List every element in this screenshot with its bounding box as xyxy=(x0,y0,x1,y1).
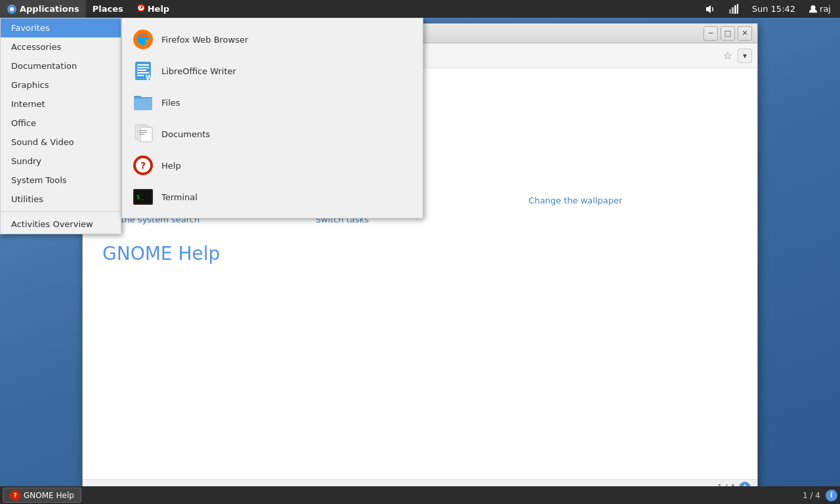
help-menu-btn[interactable]: Help xyxy=(130,0,176,18)
svg-rect-16 xyxy=(137,70,146,71)
svg-rect-24 xyxy=(139,130,147,131)
link-change-wallpaper[interactable]: Change the wallpaper xyxy=(528,193,738,208)
svg-rect-6 xyxy=(729,9,731,14)
taskbar-page-indicator: 1 / 4 xyxy=(799,491,824,500)
menu-item-graphics[interactable]: Graphics xyxy=(1,75,121,94)
fav-item-files[interactable]: Files xyxy=(122,87,423,118)
svg-text:W: W xyxy=(146,74,153,81)
menu-item-internet[interactable]: Internet xyxy=(1,94,121,114)
svg-rect-14 xyxy=(137,64,149,66)
lowriter-icon: W xyxy=(133,60,154,81)
svg-rect-7 xyxy=(732,7,734,14)
menu-item-activities[interactable]: Activities Overview xyxy=(1,215,121,234)
volume-control[interactable] xyxy=(701,0,719,18)
svg-marker-5 xyxy=(706,5,711,13)
taskbar-item-icon: ? xyxy=(10,490,20,501)
datetime-display[interactable]: Sun 15:42 xyxy=(748,0,799,18)
datetime-text: Sun 15:42 xyxy=(752,4,795,14)
svg-point-10 xyxy=(811,5,816,9)
svg-rect-17 xyxy=(137,72,149,74)
help-app-icon: ? xyxy=(133,155,154,176)
places-label: Places xyxy=(93,4,123,14)
places-menu-btn[interactable]: Places xyxy=(86,0,130,18)
applications-menu-btn[interactable]: Applications xyxy=(0,0,86,18)
fav-label-files: Files xyxy=(161,98,180,108)
fav-item-terminal[interactable]: $_ Terminal xyxy=(122,181,423,213)
menu-item-documentation[interactable]: Documentation xyxy=(1,56,121,75)
maximize-button[interactable]: □ xyxy=(721,26,735,41)
menu-item-sundry[interactable]: Sundry xyxy=(1,152,121,171)
panel-help-icon xyxy=(136,3,146,14)
files-icon xyxy=(133,92,154,113)
gnome-help-title: GNOME Help xyxy=(102,243,738,264)
fav-item-documents[interactable]: Documents xyxy=(122,118,423,150)
menu-separator xyxy=(1,211,121,212)
bookmark-star[interactable]: ☆ xyxy=(721,49,735,63)
minimize-button[interactable]: ─ xyxy=(704,26,718,41)
fav-item-help[interactable]: ? Help xyxy=(122,150,423,181)
menu-item-favorites[interactable]: Favorites xyxy=(1,18,121,37)
panel-right: Sun 15:42 raj xyxy=(701,0,840,18)
fav-item-firefox[interactable]: Firefox Web Browser xyxy=(122,24,423,55)
svg-point-1 xyxy=(10,7,14,11)
applications-label: Applications xyxy=(20,4,79,14)
taskbar-pager: 1 / 4 i xyxy=(799,490,837,501)
fav-label-terminal: Terminal xyxy=(161,192,198,202)
svg-rect-8 xyxy=(734,5,736,14)
menu-item-utilities[interactable]: Utilities xyxy=(1,190,121,209)
app-menu-dropdown: Favorites Accessories Documentation Grap… xyxy=(0,18,121,234)
svg-rect-25 xyxy=(139,132,147,133)
svg-text:$_: $_ xyxy=(136,194,144,200)
svg-point-4 xyxy=(140,10,142,12)
fav-item-lowriter[interactable]: W LibreOffice Writer xyxy=(122,55,423,87)
menu-item-sound-video[interactable]: Sound & Video xyxy=(1,133,121,152)
close-button[interactable]: ✕ xyxy=(738,26,752,41)
menu-item-office[interactable]: Office xyxy=(1,114,121,133)
menu-item-accessories[interactable]: Accessories xyxy=(1,37,121,56)
panel-left: Applications Places Help xyxy=(0,0,176,18)
window-controls: ─ □ ✕ xyxy=(704,26,752,41)
fav-label-documents: Documents xyxy=(161,129,210,139)
svg-rect-18 xyxy=(137,75,144,76)
svg-rect-26 xyxy=(139,134,144,135)
svg-rect-20 xyxy=(134,97,152,110)
svg-rect-9 xyxy=(737,4,738,14)
terminal-icon: $_ xyxy=(133,186,154,207)
taskbar-item-label: GNOME Help xyxy=(24,491,74,500)
user-menu[interactable]: raj xyxy=(805,0,835,18)
bottom-panel: ? GNOME Help 1 / 4 i xyxy=(0,486,840,504)
fav-label-lowriter: LibreOffice Writer xyxy=(161,66,236,76)
menu-item-system-tools[interactable]: System Tools xyxy=(1,171,121,190)
network-control[interactable] xyxy=(724,0,743,18)
fav-label-firefox: Firefox Web Browser xyxy=(161,35,248,45)
taskbar-info-btn[interactable]: i xyxy=(826,490,837,501)
taskbar-item-gnome-help[interactable]: ? GNOME Help xyxy=(3,488,81,503)
username-text: raj xyxy=(820,4,831,14)
top-panel: Applications Places Help Sun 15:42 raj xyxy=(0,0,840,18)
toolbar-dropdown[interactable]: ▾ xyxy=(738,49,752,63)
favorites-submenu: Firefox Web Browser W LibreOffice Writer… xyxy=(121,18,423,219)
applications-icon xyxy=(7,4,17,14)
help-label: Help xyxy=(148,4,169,14)
svg-rect-15 xyxy=(137,67,149,68)
svg-text:?: ? xyxy=(140,160,146,171)
documents-icon xyxy=(133,123,154,144)
firefox-icon xyxy=(133,29,154,50)
fav-label-help: Help xyxy=(161,161,181,171)
